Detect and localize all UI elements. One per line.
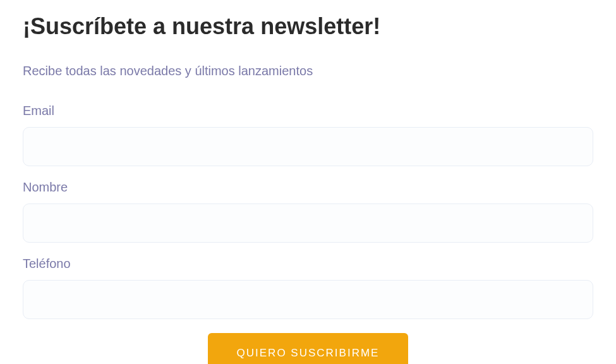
- email-field[interactable]: [23, 127, 593, 166]
- name-label: Nombre: [23, 180, 593, 195]
- form-group-email: Email: [23, 104, 593, 166]
- phone-label: Teléfono: [23, 257, 593, 271]
- form-group-name: Nombre: [23, 180, 593, 243]
- email-label: Email: [23, 104, 593, 118]
- form-group-phone: Teléfono: [23, 257, 593, 319]
- page-heading: ¡Suscríbete a nuestra newsletter!: [23, 13, 593, 40]
- name-field[interactable]: [23, 203, 593, 243]
- submit-row: QUIERO SUSCRIBIRME: [23, 333, 593, 364]
- phone-field[interactable]: [23, 280, 593, 319]
- subscribe-button[interactable]: QUIERO SUSCRIBIRME: [208, 333, 409, 364]
- page-subtitle: Recibe todas las novedades y últimos lan…: [23, 64, 593, 78]
